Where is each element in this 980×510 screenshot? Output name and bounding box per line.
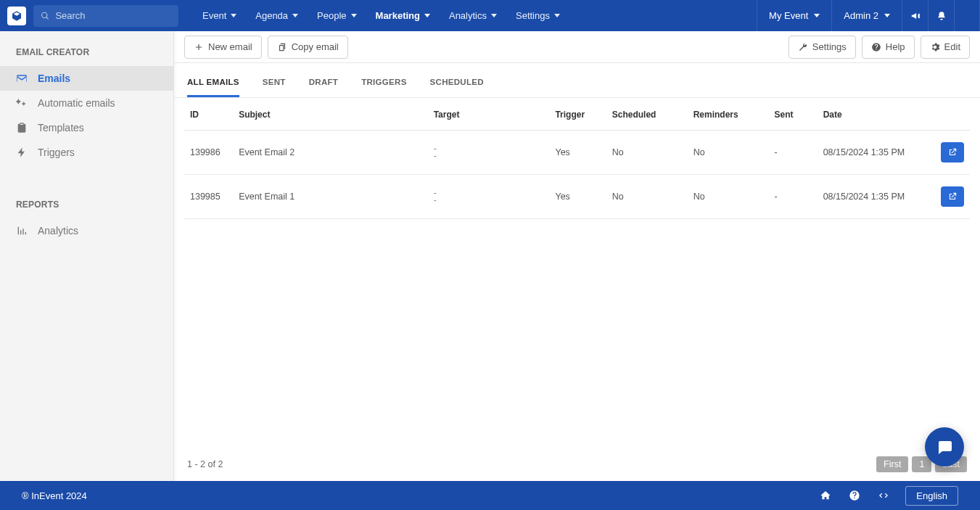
extra-menu-button[interactable]: [954, 0, 980, 31]
api-link[interactable]: [869, 481, 898, 510]
event-switcher[interactable]: My Event: [757, 0, 831, 31]
cell: No: [688, 131, 769, 175]
copy-icon: [277, 42, 287, 52]
sidebar-item-label: Automatic emails: [38, 97, 115, 109]
cell: -: [769, 175, 818, 219]
column-header: Sent: [769, 98, 818, 131]
cell: Yes: [549, 175, 606, 219]
brand-logo[interactable]: [7, 7, 26, 25]
language-selector[interactable]: English: [905, 486, 958, 506]
sidebar-item-templates[interactable]: Templates: [0, 115, 173, 140]
email-table-wrap: IDSubjectTargetTriggerScheduledReminders…: [174, 98, 980, 449]
home-link[interactable]: [811, 481, 840, 510]
cell: 139986: [184, 131, 233, 175]
event-name: My Event: [769, 10, 808, 21]
cell: -: [769, 131, 818, 175]
column-header: Trigger: [549, 98, 606, 131]
plus-icon: [194, 42, 204, 52]
main-content: New email Copy email Settings Help Edit …: [174, 31, 980, 481]
nav-label: People: [317, 10, 346, 21]
cell: 08/15/2024 1:35 PM: [818, 131, 931, 175]
table-row[interactable]: 139985Event Email 1--YesNoNo-08/15/2024 …: [184, 175, 970, 219]
chart-icon: [16, 225, 28, 237]
nav-item-marketing[interactable]: Marketing: [366, 0, 440, 31]
nav-item-people[interactable]: People: [308, 0, 366, 31]
nav-label: Agenda: [255, 10, 288, 21]
settings-button[interactable]: Settings: [788, 36, 856, 59]
sidebar: EMAIL CREATOREmailsAutomatic emailsTempl…: [0, 31, 174, 481]
edit-label: Edit: [944, 41, 960, 52]
sidebar-item-analytics[interactable]: Analytics: [0, 218, 173, 243]
help-label: Help: [886, 41, 905, 52]
nav-item-event[interactable]: Event: [193, 0, 246, 31]
cell-action: [931, 131, 970, 175]
chevron-down-icon: [884, 14, 890, 17]
chevron-down-icon: [424, 14, 430, 17]
tab-all-emails[interactable]: ALL EMAILS: [187, 70, 239, 97]
search-box[interactable]: [33, 5, 178, 27]
sidebar-item-emails[interactable]: Emails: [0, 66, 173, 91]
wrench-icon: [798, 42, 808, 52]
toolbar: New email Copy email Settings Help Edit: [174, 31, 980, 63]
tab-triggers[interactable]: TRIGGERS: [361, 70, 406, 97]
footer: ® InEvent 2024 English: [0, 481, 980, 510]
tab-scheduled[interactable]: SCHEDULED: [430, 70, 484, 97]
help-button[interactable]: Help: [862, 36, 915, 59]
chevron-down-icon: [491, 14, 497, 17]
megaphone-icon: [910, 11, 921, 21]
search-input[interactable]: [55, 10, 171, 21]
sidebar-item-label: Analytics: [38, 225, 78, 237]
nav-label: Marketing: [376, 10, 420, 21]
cell: Event Email 2: [233, 131, 428, 175]
cell: No: [688, 175, 769, 219]
cell: Yes: [549, 131, 606, 175]
magic-icon: [16, 97, 28, 109]
sidebar-item-triggers[interactable]: Triggers: [0, 140, 173, 165]
announcements-button[interactable]: [902, 0, 928, 31]
pager-first[interactable]: First: [876, 456, 908, 472]
pager-info: 1 - 2 of 2: [187, 459, 223, 469]
question-icon: [871, 42, 881, 52]
settings-label: Settings: [812, 41, 847, 52]
chat-launcher[interactable]: [925, 427, 964, 466]
user-menu[interactable]: Admin 2: [831, 0, 902, 31]
nav-label: Event: [202, 10, 226, 21]
table-row[interactable]: 139986Event Email 2--YesNoNo-08/15/2024 …: [184, 131, 970, 175]
new-email-button[interactable]: New email: [184, 36, 262, 59]
open-email-button[interactable]: [941, 142, 964, 163]
column-header: Subject: [233, 98, 428, 131]
edit-button[interactable]: Edit: [921, 36, 970, 59]
tab-draft[interactable]: DRAFT: [309, 70, 338, 97]
cell: --: [428, 175, 550, 219]
topbar: EventAgendaPeopleMarketingAnalyticsSetti…: [0, 0, 980, 31]
column-header: Scheduled: [606, 98, 688, 131]
support-link[interactable]: [840, 481, 869, 510]
column-header: ID: [184, 98, 233, 131]
nav-item-analytics[interactable]: Analytics: [440, 0, 506, 31]
cell: --: [428, 131, 550, 175]
copyright: ® InEvent 2024: [22, 490, 87, 501]
nav-item-agenda[interactable]: Agenda: [246, 0, 308, 31]
chevron-down-icon: [231, 14, 236, 17]
external-link-icon: [947, 192, 958, 202]
sidebar-item-label: Triggers: [38, 147, 75, 158]
primary-nav: EventAgendaPeopleMarketingAnalyticsSetti…: [193, 0, 569, 31]
open-email-button[interactable]: [941, 186, 964, 207]
chevron-down-icon: [814, 14, 820, 17]
question-icon: [849, 490, 860, 501]
clipboard-icon: [16, 122, 28, 133]
sidebar-item-automatic-emails[interactable]: Automatic emails: [0, 91, 173, 115]
column-header: Date: [818, 98, 931, 131]
new-email-label: New email: [208, 41, 252, 52]
target-cell: --: [434, 145, 544, 160]
chat-icon: [936, 438, 953, 456]
nav-item-settings[interactable]: Settings: [506, 0, 569, 31]
gear-icon: [930, 42, 940, 52]
tab-sent[interactable]: SENT: [263, 70, 286, 97]
cell: Event Email 1: [233, 175, 428, 219]
notifications-button[interactable]: [928, 0, 954, 31]
cell: 139985: [184, 175, 233, 219]
copy-email-button[interactable]: Copy email: [268, 36, 348, 59]
cell: No: [606, 131, 688, 175]
chevron-down-icon: [554, 14, 560, 17]
